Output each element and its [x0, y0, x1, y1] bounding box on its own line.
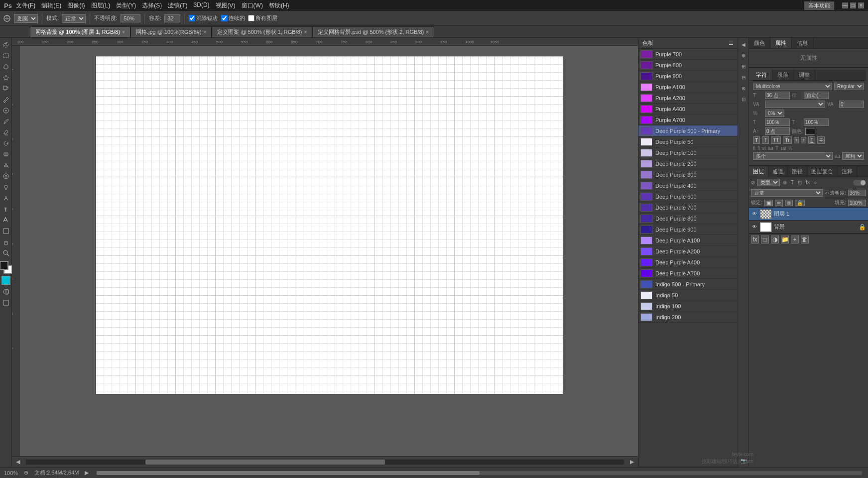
delete-layer-btn[interactable]: 🗑 [801, 236, 809, 243]
add-style-btn[interactable]: fx [751, 236, 759, 243]
foreground-color[interactable] [0, 261, 8, 270]
font-family-select[interactable]: Multicolore [753, 83, 832, 90]
swatch-item-4[interactable]: Purple A200 [638, 93, 738, 104]
lock-transparent-btn[interactable]: ▣ [764, 200, 773, 206]
tab-3[interactable]: 定义网格背景.psd @ 500% (形状 2, RGB/8) × [312, 26, 434, 37]
horizontal-scrollbar[interactable] [26, 460, 624, 465]
tab-color[interactable]: 颜色 [749, 38, 770, 48]
tab-paragraph[interactable]: 段落 [772, 70, 794, 80]
swatch-item-6[interactable]: Purple A700 [638, 115, 738, 125]
h-scale-input[interactable] [765, 119, 790, 126]
tool-magic-wand[interactable] [1, 73, 11, 83]
menu-image[interactable]: 图像(I) [67, 1, 85, 10]
scroll-right-btn[interactable]: ▶ [630, 459, 634, 465]
tool-brush[interactable] [1, 117, 11, 126]
tool-heal[interactable] [1, 106, 11, 116]
tool-text[interactable]: T [1, 204, 11, 214]
lock-all-btn[interactable]: 🔒 [795, 200, 805, 206]
menu-file[interactable]: 文件(F) [16, 1, 35, 10]
tool-history-brush[interactable] [1, 138, 11, 148]
tool-clone-stamp[interactable] [1, 127, 11, 137]
tool-eyedropper[interactable] [1, 95, 11, 105]
all-layers-checkbox[interactable] [248, 15, 254, 21]
tab-layer-comps[interactable]: 图层复合 [807, 166, 838, 177]
underline-button[interactable]: T [808, 136, 815, 144]
menu-view[interactable]: 视图(V) [216, 1, 236, 10]
right-ctrl-layers[interactable]: ⊞ [739, 62, 748, 71]
lock-paint-btn[interactable]: ✏ [775, 200, 783, 206]
filter-btn-5[interactable]: ○ [813, 179, 818, 186]
swatch-item-10[interactable]: Deep Purple 200 [638, 158, 738, 169]
tool-crop[interactable] [1, 84, 11, 94]
minimize-button[interactable]: — [842, 2, 848, 8]
swatch-item-22[interactable]: Indigo 50 [638, 290, 738, 301]
tab-adjustment[interactable]: 调整 [794, 70, 815, 80]
tool-pen[interactable] [1, 193, 11, 203]
tab-info[interactable]: 信息 [792, 38, 813, 48]
text-color-swatch[interactable] [805, 128, 815, 135]
document-canvas[interactable] [95, 56, 563, 394]
tab-2[interactable]: 定义图案 @ 500% (形状 1, RGB/8) × [212, 26, 312, 37]
tool-lasso[interactable] [1, 62, 11, 72]
tool-select[interactable]: 图案 [14, 14, 38, 23]
right-ctrl-arrow[interactable]: ◀ [739, 40, 748, 49]
arrow-indicator[interactable]: ▶ [85, 470, 89, 476]
tolerance-input[interactable] [164, 14, 180, 22]
add-mask-btn[interactable]: □ [761, 236, 769, 243]
tab-character[interactable]: 字符 [751, 70, 772, 80]
layer-0-visibility[interactable]: 👁 [751, 211, 758, 218]
opacity-input[interactable] [848, 190, 866, 196]
tab-notes[interactable]: 注释 [838, 166, 857, 177]
leading-input[interactable] [804, 92, 829, 99]
swatch-item-0[interactable]: Purple 700 [638, 49, 738, 60]
layer-filter-select[interactable]: 类型 [757, 179, 780, 186]
tool-quick-mask[interactable] [1, 287, 11, 297]
va-select[interactable] [765, 101, 825, 108]
opacity-input[interactable] [121, 14, 140, 22]
tool-blur[interactable] [1, 171, 11, 181]
filter-btn-1[interactable]: ⊛ [782, 179, 788, 186]
tab-3-close[interactable]: × [426, 29, 429, 35]
new-fill-layer-btn[interactable]: ◑ [771, 236, 779, 243]
tool-hand[interactable] [1, 237, 11, 247]
contiguous-checkbox[interactable] [221, 15, 228, 21]
close-button[interactable]: × [858, 2, 864, 8]
right-ctrl-3d[interactable]: ⊡ [739, 95, 748, 104]
new-layer-btn[interactable]: + [791, 236, 799, 243]
swatch-item-13[interactable]: Deep Purple 600 [638, 191, 738, 202]
italic-button[interactable]: T [762, 136, 769, 144]
bold-button[interactable]: T [753, 136, 760, 144]
scroll-left-btn[interactable]: ◀ [16, 459, 20, 465]
layer-mode-select[interactable]: 正常 [751, 189, 823, 197]
tool-dodge[interactable] [1, 182, 11, 192]
right-ctrl-plus[interactable]: ⊕ [739, 51, 748, 60]
swatch-item-11[interactable]: Deep Purple 300 [638, 169, 738, 180]
lang-select[interactable]: 多个 [753, 152, 833, 160]
filter-toggle[interactable] [853, 180, 866, 186]
antialias-checkbox[interactable] [189, 15, 195, 21]
swatch-item-7[interactable]: Deep Purple 500 - Primary [638, 125, 738, 136]
swatch-item-15[interactable]: Deep Purple 800 [638, 213, 738, 224]
tool-shape[interactable] [1, 226, 11, 236]
tool-move[interactable] [1, 40, 11, 50]
swatch-item-14[interactable]: Deep Purple 700 [638, 202, 738, 213]
swatch-item-24[interactable]: Indigo 200 [638, 312, 738, 323]
layer-1-visibility[interactable]: 👁 [751, 224, 758, 231]
lock-move-btn[interactable]: ⊕ [785, 200, 793, 206]
aa-method-select[interactable]: 犀利 [842, 152, 864, 160]
menu-type[interactable]: 类型(Y) [116, 1, 136, 10]
menu-window[interactable]: 窗口(W) [242, 1, 263, 10]
fill-input[interactable] [848, 200, 866, 206]
all-caps-button[interactable]: TT [771, 136, 781, 144]
font-style-select[interactable]: Regular [834, 83, 864, 90]
maximize-button[interactable]: □ [850, 2, 856, 8]
tab-paths[interactable]: 路径 [788, 166, 807, 177]
quick-color[interactable] [1, 276, 10, 285]
baseline-input[interactable] [765, 127, 790, 135]
swatch-item-23[interactable]: Indigo 100 [638, 301, 738, 312]
scale-select[interactable]: 0% [765, 110, 784, 117]
tab-channels[interactable]: 通道 [768, 166, 788, 177]
right-ctrl-fx[interactable]: ⊟ [739, 73, 748, 82]
filter-btn-2[interactable]: T [790, 179, 795, 186]
swatch-item-8[interactable]: Deep Purple 50 [638, 136, 738, 147]
